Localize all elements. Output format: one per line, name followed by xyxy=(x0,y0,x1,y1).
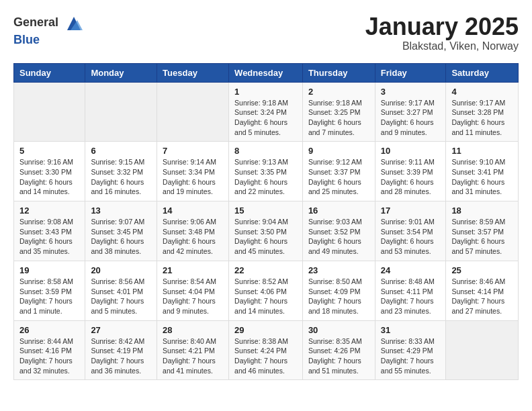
day-cell: 6Sunrise: 9:15 AM Sunset: 3:32 PM Daylig… xyxy=(85,142,157,201)
day-number: 13 xyxy=(91,205,151,216)
weekday-header-thursday: Thursday xyxy=(302,63,375,82)
day-number: 24 xyxy=(381,265,441,275)
day-number: 29 xyxy=(234,325,297,335)
day-info: Sunrise: 9:16 AM Sunset: 3:30 PM Dayligh… xyxy=(19,157,79,197)
day-info: Sunrise: 9:07 AM Sunset: 3:45 PM Dayligh… xyxy=(91,217,151,257)
day-number: 10 xyxy=(381,146,441,156)
day-cell: 28Sunrise: 8:40 AM Sunset: 4:21 PM Dayli… xyxy=(157,320,229,380)
day-cell: 31Sunrise: 8:33 AM Sunset: 4:29 PM Dayli… xyxy=(375,320,446,380)
day-number: 14 xyxy=(163,205,223,216)
day-info: Sunrise: 9:17 AM Sunset: 3:27 PM Dayligh… xyxy=(381,98,441,138)
day-cell xyxy=(85,82,157,142)
day-info: Sunrise: 8:40 AM Sunset: 4:21 PM Dayligh… xyxy=(163,336,223,376)
day-cell: 19Sunrise: 8:58 AM Sunset: 3:59 PM Dayli… xyxy=(14,261,85,320)
day-info: Sunrise: 8:44 AM Sunset: 4:16 PM Dayligh… xyxy=(19,336,79,376)
day-cell: 30Sunrise: 8:35 AM Sunset: 4:26 PM Dayli… xyxy=(302,320,375,380)
day-number: 16 xyxy=(308,205,369,216)
week-row-2: 5Sunrise: 9:16 AM Sunset: 3:30 PM Daylig… xyxy=(14,142,519,201)
day-number: 17 xyxy=(381,205,441,216)
weekday-row: SundayMondayTuesdayWednesdayThursdayFrid… xyxy=(14,63,519,82)
day-cell: 7Sunrise: 9:14 AM Sunset: 3:34 PM Daylig… xyxy=(157,142,229,201)
week-row-3: 12Sunrise: 9:08 AM Sunset: 3:43 PM Dayli… xyxy=(14,201,519,261)
calendar-table: SundayMondayTuesdayWednesdayThursdayFrid… xyxy=(13,63,519,381)
day-cell: 18Sunrise: 8:59 AM Sunset: 3:57 PM Dayli… xyxy=(446,201,519,261)
day-number: 3 xyxy=(381,87,441,97)
day-cell: 3Sunrise: 9:17 AM Sunset: 3:27 PM Daylig… xyxy=(375,82,446,142)
day-cell: 15Sunrise: 9:04 AM Sunset: 3:50 PM Dayli… xyxy=(229,201,303,261)
day-info: Sunrise: 9:17 AM Sunset: 3:28 PM Dayligh… xyxy=(451,98,513,138)
day-info: Sunrise: 8:46 AM Sunset: 4:14 PM Dayligh… xyxy=(451,277,513,316)
calendar-header: SundayMondayTuesdayWednesdayThursdayFrid… xyxy=(14,63,519,82)
weekday-header-wednesday: Wednesday xyxy=(229,63,303,82)
day-cell xyxy=(446,320,519,380)
day-cell: 20Sunrise: 8:56 AM Sunset: 4:01 PM Dayli… xyxy=(85,261,157,320)
day-cell: 29Sunrise: 8:38 AM Sunset: 4:24 PM Dayli… xyxy=(229,320,303,380)
day-number: 6 xyxy=(91,146,151,156)
day-cell: 8Sunrise: 9:13 AM Sunset: 3:35 PM Daylig… xyxy=(229,142,303,201)
weekday-header-sunday: Sunday xyxy=(14,63,85,82)
day-info: Sunrise: 8:48 AM Sunset: 4:11 PM Dayligh… xyxy=(381,277,441,316)
day-cell: 10Sunrise: 9:11 AM Sunset: 3:39 PM Dayli… xyxy=(375,142,446,201)
day-cell: 26Sunrise: 8:44 AM Sunset: 4:16 PM Dayli… xyxy=(14,320,85,380)
day-number: 26 xyxy=(19,325,79,335)
day-number: 21 xyxy=(163,265,223,275)
day-cell: 5Sunrise: 9:16 AM Sunset: 3:30 PM Daylig… xyxy=(14,142,85,201)
day-info: Sunrise: 8:54 AM Sunset: 4:04 PM Dayligh… xyxy=(163,277,223,316)
calendar-title: January 2025 xyxy=(365,13,519,40)
day-cell: 25Sunrise: 8:46 AM Sunset: 4:14 PM Dayli… xyxy=(446,261,519,320)
day-info: Sunrise: 9:12 AM Sunset: 3:37 PM Dayligh… xyxy=(308,157,369,197)
calendar-body: 1Sunrise: 9:18 AM Sunset: 3:24 PM Daylig… xyxy=(14,82,519,380)
day-cell: 22Sunrise: 8:52 AM Sunset: 4:06 PM Dayli… xyxy=(229,261,303,320)
day-info: Sunrise: 9:10 AM Sunset: 3:41 PM Dayligh… xyxy=(451,157,513,197)
week-row-4: 19Sunrise: 8:58 AM Sunset: 3:59 PM Dayli… xyxy=(14,261,519,320)
day-number: 23 xyxy=(308,265,369,275)
day-number: 18 xyxy=(451,205,513,216)
day-number: 30 xyxy=(308,325,369,335)
day-cell: 13Sunrise: 9:07 AM Sunset: 3:45 PM Dayli… xyxy=(85,201,157,261)
day-number: 27 xyxy=(91,325,151,335)
day-number: 12 xyxy=(19,205,79,216)
day-cell: 9Sunrise: 9:12 AM Sunset: 3:37 PM Daylig… xyxy=(302,142,375,201)
page-header: General Blue January 2025 Blakstad, Vike… xyxy=(13,13,519,52)
day-number: 20 xyxy=(91,265,151,275)
day-info: Sunrise: 9:06 AM Sunset: 3:48 PM Dayligh… xyxy=(163,217,223,257)
day-cell: 2Sunrise: 9:18 AM Sunset: 3:25 PM Daylig… xyxy=(302,82,375,142)
day-number: 1 xyxy=(234,87,297,97)
day-cell: 4Sunrise: 9:17 AM Sunset: 3:28 PM Daylig… xyxy=(446,82,519,142)
logo-general: General xyxy=(13,15,58,29)
day-cell: 24Sunrise: 8:48 AM Sunset: 4:11 PM Dayli… xyxy=(375,261,446,320)
day-cell: 16Sunrise: 9:03 AM Sunset: 3:52 PM Dayli… xyxy=(302,201,375,261)
weekday-header-tuesday: Tuesday xyxy=(157,63,229,82)
day-info: Sunrise: 9:14 AM Sunset: 3:34 PM Dayligh… xyxy=(163,157,223,197)
logo-general-line: General xyxy=(13,13,84,34)
day-info: Sunrise: 8:38 AM Sunset: 4:24 PM Dayligh… xyxy=(234,336,297,376)
logo-blue: Blue xyxy=(13,33,40,46)
day-number: 28 xyxy=(163,325,223,335)
day-cell: 21Sunrise: 8:54 AM Sunset: 4:04 PM Dayli… xyxy=(157,261,229,320)
day-number: 25 xyxy=(451,265,513,275)
day-info: Sunrise: 8:33 AM Sunset: 4:29 PM Dayligh… xyxy=(381,336,441,376)
logo-blue-line: Blue xyxy=(13,34,84,47)
week-row-1: 1Sunrise: 9:18 AM Sunset: 3:24 PM Daylig… xyxy=(14,82,519,142)
title-block: January 2025 Blakstad, Viken, Norway xyxy=(365,13,519,52)
calendar-subtitle: Blakstad, Viken, Norway xyxy=(365,40,519,52)
day-number: 8 xyxy=(234,146,297,156)
day-info: Sunrise: 9:04 AM Sunset: 3:50 PM Dayligh… xyxy=(234,217,297,257)
day-info: Sunrise: 8:35 AM Sunset: 4:26 PM Dayligh… xyxy=(308,336,369,376)
logo-icon xyxy=(64,13,84,34)
day-cell: 27Sunrise: 8:42 AM Sunset: 4:19 PM Dayli… xyxy=(85,320,157,380)
logo: General Blue xyxy=(13,13,84,47)
day-number: 31 xyxy=(381,325,441,335)
day-info: Sunrise: 8:58 AM Sunset: 3:59 PM Dayligh… xyxy=(19,277,79,316)
logo-text-block: General Blue xyxy=(13,13,84,47)
day-cell: 17Sunrise: 9:01 AM Sunset: 3:54 PM Dayli… xyxy=(375,201,446,261)
weekday-header-monday: Monday xyxy=(85,63,157,82)
day-info: Sunrise: 9:03 AM Sunset: 3:52 PM Dayligh… xyxy=(308,217,369,257)
day-number: 5 xyxy=(19,146,79,156)
day-info: Sunrise: 8:52 AM Sunset: 4:06 PM Dayligh… xyxy=(234,277,297,316)
day-info: Sunrise: 8:50 AM Sunset: 4:09 PM Dayligh… xyxy=(308,277,369,316)
day-number: 19 xyxy=(19,265,79,275)
day-info: Sunrise: 9:15 AM Sunset: 3:32 PM Dayligh… xyxy=(91,157,151,197)
day-number: 22 xyxy=(234,265,297,275)
week-row-5: 26Sunrise: 8:44 AM Sunset: 4:16 PM Dayli… xyxy=(14,320,519,380)
